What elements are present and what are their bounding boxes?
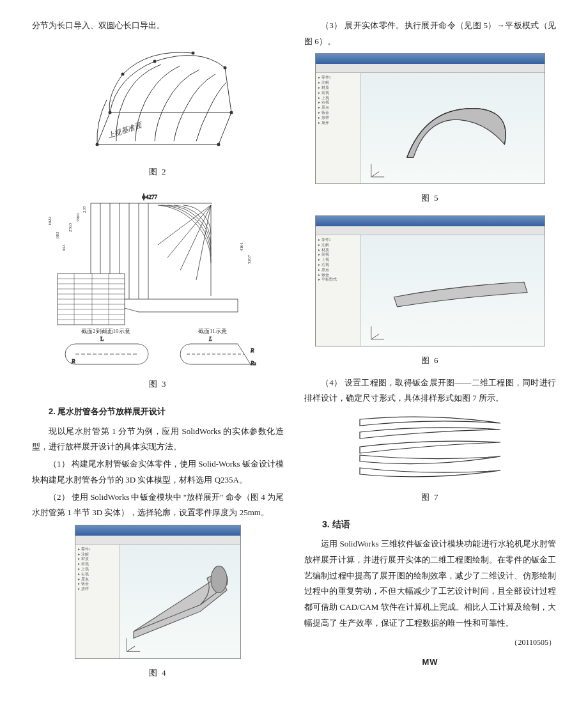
svg-text:235: 235 [82, 206, 87, 213]
svg-point-6 [192, 51, 195, 54]
svg-point-5 [224, 66, 227, 69]
svg-line-60 [371, 334, 379, 339]
svg-point-0 [96, 143, 99, 146]
svg-text:883: 883 [55, 231, 60, 238]
conclusion: 运用 SolidWorks 三维软件钣金设计模块功能进行水轮机尾水肘管放样展开计… [304, 536, 556, 631]
heading-2: 2. 尾水肘管各分节放样展开设计 [32, 404, 284, 420]
figure-2: 上视基准面 [72, 39, 244, 160]
svg-line-19 [196, 205, 211, 280]
figure-5: ▸ 零件1▸ 注解▸ 材质▸ 前视▸ 上视▸ 右视▸ 原点▸ 钣金▸ 放样▸ 展… [315, 53, 545, 184]
svg-text:5267: 5267 [247, 255, 252, 265]
step-3: （3） 展开实体零件。执行展开命令（见图 5）→平板模式（见图 6）。 [304, 18, 556, 49]
heading-3: 3. 结语 [304, 516, 556, 533]
svg-text:截面11示意: 截面11示意 [198, 328, 227, 334]
date-stamp: （20110505） [304, 635, 556, 650]
svg-text:R: R [71, 358, 75, 364]
svg-text:ϕ4277: ϕ4277 [142, 194, 158, 200]
svg-text:1022: 1022 [47, 217, 52, 226]
figure-3-label: 图 3 [32, 376, 284, 392]
fig2-annotation: 上视基准面 [107, 121, 144, 139]
left-column: 分节为长口导入、双圆心长口导出。 上视基准面 图 2 [32, 18, 284, 708]
figure-2-label: 图 2 [32, 164, 284, 180]
figure-6: ▸ 零件1▸ 注解▸ 材质▸ 前视▸ 上视▸ 右视▸ 原点▸ 钣金▸ 平板型式 [315, 215, 545, 346]
mw-mark: MW [304, 655, 556, 671]
svg-text:2563: 2563 [68, 223, 73, 233]
svg-point-3 [109, 111, 112, 114]
svg-line-57 [371, 172, 379, 177]
svg-text:L: L [100, 336, 104, 342]
svg-point-1 [217, 143, 220, 146]
svg-text:3509: 3509 [75, 213, 81, 223]
figure-4: ▸ 零件1▸ 注解▸ 材质▸ 前视▸ 上视▸ 右视▸ 原点▸ 钣金▸ 放样 [75, 525, 241, 659]
figure-3: ϕ4277 [46, 187, 270, 373]
step-2: （2） 使用 SolidWorks 中钣金模块中 "放样展开" 命令（图 4 为… [32, 490, 284, 521]
svg-text:R: R [250, 347, 254, 353]
right-column: （3） 展开实体零件。执行展开命令（见图 5）→平板模式（见图 6）。 ▸ 零件… [304, 18, 556, 708]
intro-text: 分节为长口导入、双圆心长口导出。 [32, 18, 284, 34]
figure-7 [350, 412, 510, 482]
para-intro2: 现以尾水肘管第 1 分节为例，应用 SolidWorks 的实体参数化造型，进行… [32, 424, 284, 455]
svg-text:L: L [208, 336, 212, 342]
svg-point-2 [230, 111, 233, 114]
step-1: （1） 构建尾水肘管钣金实体零件，使用 Solid-Works 钣金设计模块构建… [32, 456, 284, 488]
svg-text:截面2到截面10示意: 截面2到截面10示意 [81, 328, 130, 334]
figure-6-label: 图 6 [304, 353, 556, 369]
svg-point-51 [211, 566, 227, 593]
figure-4-label: 图 4 [32, 665, 284, 681]
svg-point-7 [121, 72, 125, 75]
svg-point-4 [153, 59, 157, 63]
svg-line-54 [127, 646, 135, 651]
figure-7-label: 图 7 [304, 490, 556, 506]
svg-line-18 [180, 205, 211, 270]
step-4: （4） 设置工程图，取得钣金展开图——二维工程图，同时进行排样设计，确定尺寸形式… [304, 375, 556, 407]
svg-text:4101: 4101 [239, 242, 244, 252]
svg-text:943: 943 [61, 244, 66, 251]
svg-text:R₁: R₁ [250, 360, 257, 366]
figure-5-label: 图 5 [304, 190, 556, 206]
